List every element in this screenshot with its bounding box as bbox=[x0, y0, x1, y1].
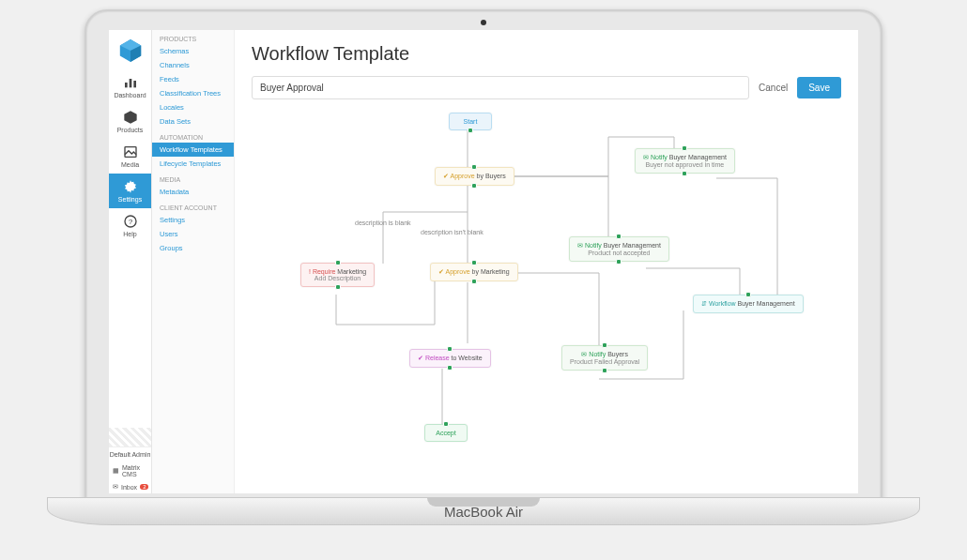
svg-rect-3 bbox=[125, 83, 128, 87]
workflow-canvas[interactable]: Start ✔ Approve by Buyers description is… bbox=[252, 109, 858, 465]
node-notify-failed-approval[interactable]: ✉ Notify Buyers Product Failed Approval bbox=[561, 345, 648, 371]
app-screen: Dashboard Products Media Settings ? Help bbox=[109, 30, 858, 493]
node-subtext: Product Failed Approval bbox=[570, 358, 639, 365]
subnav-item-groups[interactable]: Groups bbox=[152, 241, 234, 255]
camera-dot bbox=[481, 20, 486, 25]
edge-label-not-blank: description isn't blank bbox=[421, 229, 484, 235]
iconbar-item-settings[interactable]: Settings bbox=[109, 174, 151, 208]
current-user[interactable]: Default Admin bbox=[109, 446, 151, 462]
node-keyword: ✉ Notify bbox=[577, 242, 602, 249]
port[interactable] bbox=[335, 260, 341, 265]
subnav-item-settings[interactable]: Settings bbox=[152, 213, 234, 227]
node-keyword: ✔ Approve bbox=[443, 173, 475, 179]
port[interactable] bbox=[443, 421, 449, 427]
inbox-row[interactable]: ✉ Inbox 2 bbox=[109, 480, 151, 493]
node-start[interactable]: Start bbox=[449, 113, 492, 130]
iconbar-label: Products bbox=[117, 127, 144, 133]
image-icon bbox=[123, 144, 138, 159]
chart-icon bbox=[123, 75, 138, 90]
subnav-item-data-sets[interactable]: Data Sets bbox=[152, 114, 234, 129]
node-approve-buyers[interactable]: ✔ Approve by Buyers bbox=[435, 167, 514, 186]
inbox-label: Inbox bbox=[121, 484, 137, 491]
node-label: Accept bbox=[436, 430, 455, 436]
iconbar-footer: Default Admin ▦ Matrix CMS ✉ Inbox 2 bbox=[109, 428, 151, 493]
edge-label-blank: description is blank bbox=[355, 219, 411, 226]
subnav-group: Products bbox=[152, 30, 234, 44]
node-keyword: ⇵ Workflow bbox=[701, 300, 736, 307]
help-icon: ? bbox=[123, 214, 138, 229]
save-button[interactable]: Save bbox=[797, 77, 841, 98]
subnav-item-locales[interactable]: Locales bbox=[152, 100, 234, 114]
subnav-item-lifecycle-templates[interactable]: Lifecycle Templates bbox=[152, 157, 234, 171]
port[interactable] bbox=[602, 368, 607, 373]
laptop-notch bbox=[427, 498, 540, 507]
port[interactable] bbox=[447, 346, 453, 352]
subnav-item-users[interactable]: Users bbox=[152, 227, 234, 241]
port[interactable] bbox=[471, 279, 477, 284]
node-notify-timeout[interactable]: ✉ Notify Buyer Management Buyer not appr… bbox=[635, 148, 735, 174]
iconbar-item-dashboard[interactable]: Dashboard bbox=[109, 69, 151, 104]
node-keyword: ✔ Approve bbox=[438, 268, 470, 275]
node-subtext: Add Description bbox=[309, 275, 366, 281]
subnav: Products Schemas Channels Feeds Classifi… bbox=[152, 30, 235, 493]
toolbar: Cancel Save bbox=[252, 76, 841, 99]
node-subtext: Product not accepted bbox=[577, 250, 661, 256]
iconbar-item-products[interactable]: Products bbox=[109, 104, 151, 139]
subnav-item-metadata[interactable]: Metadata bbox=[152, 185, 234, 199]
port[interactable] bbox=[468, 128, 473, 133]
subnav-item-classification-trees[interactable]: Classification Trees bbox=[152, 86, 234, 100]
iconbar-item-help[interactable]: ? Help bbox=[109, 208, 151, 243]
port[interactable] bbox=[682, 171, 687, 176]
node-keyword: ✉ Notify bbox=[581, 351, 606, 357]
iconbar-label: Dashboard bbox=[114, 92, 146, 98]
subnav-item-schemas[interactable]: Schemas bbox=[152, 44, 234, 58]
port[interactable] bbox=[682, 145, 687, 151]
cancel-button[interactable]: Cancel bbox=[759, 83, 788, 93]
port[interactable] bbox=[447, 365, 453, 371]
iconbar-label: Media bbox=[121, 161, 139, 168]
inbox-icon: ✉ bbox=[113, 483, 118, 491]
grid-icon: ▦ bbox=[113, 467, 119, 475]
template-name-input[interactable] bbox=[252, 76, 749, 99]
iconbar-label: Help bbox=[123, 231, 136, 237]
node-approve-marketing[interactable]: ✔ Approve by Marketing bbox=[430, 263, 518, 281]
node-text: to Website bbox=[450, 355, 483, 361]
subnav-item-workflow-templates[interactable]: Workflow Templates bbox=[152, 143, 234, 157]
iconbar-item-media[interactable]: Media bbox=[109, 139, 151, 174]
iconbar-label: Settings bbox=[118, 196, 142, 203]
port[interactable] bbox=[616, 259, 622, 265]
port[interactable] bbox=[335, 284, 341, 290]
node-label: Start bbox=[464, 118, 478, 125]
node-text: Buyers bbox=[606, 351, 628, 357]
port[interactable] bbox=[471, 164, 477, 170]
subnav-group: Client Account bbox=[152, 199, 234, 213]
main-content: Workflow Template Cancel Save bbox=[235, 30, 858, 493]
gear-icon bbox=[123, 179, 138, 194]
svg-marker-6 bbox=[124, 111, 136, 123]
account-name: Matrix CMS bbox=[122, 464, 147, 477]
node-accept[interactable]: Accept bbox=[424, 424, 468, 442]
node-release-website[interactable]: ✔ Release to Website bbox=[409, 349, 491, 368]
page-title: Workflow Template bbox=[252, 43, 841, 65]
node-text: Buyer Management bbox=[736, 300, 795, 307]
port[interactable] bbox=[471, 183, 477, 189]
node-notify-not-accepted[interactable]: ✉ Notify Buyer Management Product not ac… bbox=[569, 236, 669, 262]
node-text: Marketing bbox=[335, 268, 366, 275]
node-workflow-mgmt[interactable]: ⇵ Workflow Buyer Management bbox=[693, 295, 804, 313]
iconbar: Dashboard Products Media Settings ? Help bbox=[109, 30, 152, 493]
port[interactable] bbox=[602, 342, 607, 348]
subnav-group: Media bbox=[152, 171, 234, 185]
port[interactable] bbox=[745, 292, 751, 297]
connectors bbox=[252, 109, 858, 465]
laptop-frame: Dashboard Products Media Settings ? Help bbox=[47, 9, 920, 551]
inbox-badge: 2 bbox=[140, 484, 148, 490]
subnav-item-feeds[interactable]: Feeds bbox=[152, 72, 234, 86]
port[interactable] bbox=[616, 234, 622, 239]
subnav-item-channels[interactable]: Channels bbox=[152, 58, 234, 72]
port[interactable] bbox=[471, 260, 477, 265]
node-keyword: ! Require bbox=[309, 268, 335, 275]
node-require-marketing[interactable]: ! Require Marketing Add Description bbox=[300, 263, 375, 287]
cube-icon bbox=[123, 110, 138, 125]
account-row[interactable]: ▦ Matrix CMS bbox=[109, 462, 151, 480]
node-keyword: ✔ Release bbox=[418, 355, 450, 361]
